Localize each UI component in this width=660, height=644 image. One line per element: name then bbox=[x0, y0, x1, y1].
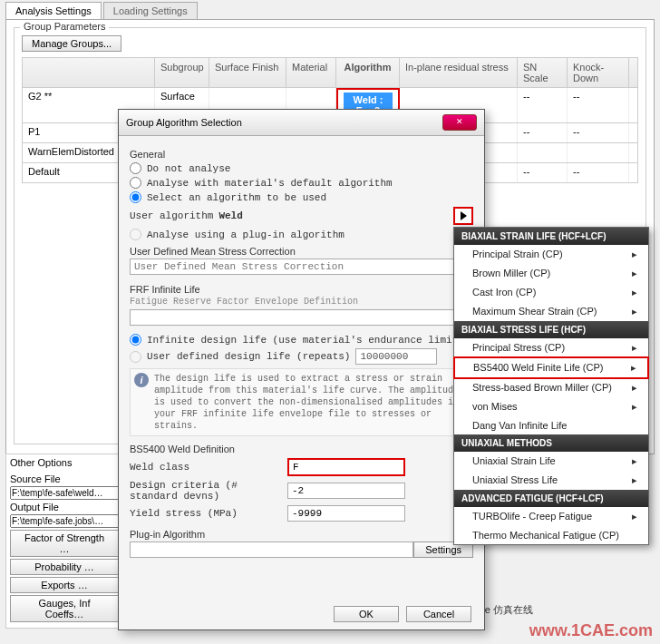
col-material[interactable]: Material bbox=[286, 58, 336, 87]
algorithm-select-button[interactable] bbox=[453, 207, 473, 225]
other-options-legend: Other Options bbox=[8, 457, 73, 468]
chevron-right-icon: ▸ bbox=[632, 382, 637, 394]
gauges-button[interactable]: Gauges, Inf Coeffs… bbox=[10, 595, 119, 622]
exports-button[interactable]: Exports … bbox=[10, 577, 119, 593]
source-file-input[interactable] bbox=[10, 486, 119, 500]
info-panel: i The design life is used to extract a s… bbox=[130, 368, 473, 436]
col-knock-down[interactable]: Knock-Down bbox=[568, 58, 629, 87]
radio-plugin-algorithm bbox=[130, 229, 141, 240]
col-subgroup[interactable]: Subgroup bbox=[155, 58, 209, 87]
group-algorithm-dialog: Group Algorithm Selection ✕ General Do n… bbox=[118, 109, 485, 630]
bs5400-label: BS5400 Weld Definition bbox=[130, 444, 473, 454]
manage-groups-button[interactable]: Manage Groups... bbox=[22, 35, 121, 52]
chevron-right-icon: ▸ bbox=[632, 287, 637, 298]
user-algorithm-label: User algorithm bbox=[130, 210, 213, 221]
output-file-label: Output File bbox=[10, 502, 119, 512]
menu-header-biaxial-stress: BIAXIAL STRESS LIFE (HCF) bbox=[454, 321, 648, 338]
yield-stress-label: Yield stress (MPa) bbox=[130, 508, 284, 519]
chevron-right-icon: ▸ bbox=[632, 268, 637, 279]
chevron-right-icon: ▸ bbox=[632, 474, 637, 486]
menu-item-thermo-mechanical[interactable]: Thermo Mechanical Fatigue (CP) bbox=[454, 526, 648, 544]
col-surface-finish[interactable]: Surface Finish bbox=[209, 58, 286, 87]
dialog-title: Group Algorithm Selection bbox=[126, 117, 242, 128]
dialog-titlebar[interactable]: Group Algorithm Selection ✕ bbox=[119, 110, 484, 136]
main-tabs: Analysis Settings Loading Settings bbox=[0, 0, 660, 19]
chevron-right-icon: ▸ bbox=[632, 249, 637, 260]
watermark-url: www.1CAE.com bbox=[529, 621, 653, 640]
frf-label: FRF Infinite Life bbox=[130, 284, 473, 295]
design-life-input bbox=[355, 348, 437, 365]
close-button[interactable]: ✕ bbox=[442, 114, 477, 131]
weld-class-input[interactable] bbox=[287, 458, 405, 476]
menu-item-principal-stress[interactable]: Principal Stress (CP)▸ bbox=[454, 338, 648, 357]
general-label: General bbox=[130, 149, 473, 160]
chevron-right-icon: ▸ bbox=[632, 306, 637, 317]
menu-item-uniaxial-stress[interactable]: Uniaxial Stress Life▸ bbox=[454, 471, 648, 490]
menu-item-brown-miller[interactable]: Brown Miller (CP)▸ bbox=[454, 264, 648, 283]
menu-item-dang-van[interactable]: Dang Van Infinite Life bbox=[454, 416, 648, 434]
info-text: The design life is used to extract a str… bbox=[154, 373, 469, 432]
menu-item-von-mises[interactable]: von Mises▸ bbox=[454, 397, 648, 416]
menu-item-cast-iron[interactable]: Cast Iron (CP)▸ bbox=[454, 283, 648, 302]
yield-stress-input[interactable] bbox=[287, 505, 405, 522]
table-header: Subgroup Surface Finish Material Algorit… bbox=[22, 57, 638, 88]
design-criteria-input[interactable] bbox=[287, 483, 405, 499]
chevron-right-icon: ▸ bbox=[632, 511, 637, 522]
ok-button[interactable]: OK bbox=[334, 606, 399, 622]
chevron-right-icon: ▸ bbox=[631, 362, 636, 374]
menu-item-bs5400-weld[interactable]: BS5400 Weld Finite Life (CP)▸ bbox=[453, 356, 649, 379]
radio-user-defined-life bbox=[130, 351, 141, 363]
menu-header-advanced: ADVANCED FATIGUE (HCF+LCF) bbox=[454, 490, 648, 507]
frf-file-input[interactable] bbox=[130, 309, 473, 326]
algorithm-menu: BIAXIAL STRAIN LIFE (HCF+LCF) Principal … bbox=[453, 227, 649, 545]
cancel-button[interactable]: Cancel bbox=[406, 606, 471, 622]
tab-analysis-settings[interactable]: Analysis Settings bbox=[5, 2, 102, 19]
chevron-right-icon: ▸ bbox=[632, 342, 637, 354]
factor-of-strength-button[interactable]: Factor of Strength … bbox=[10, 530, 119, 557]
menu-header-uniaxial: UNIAXIAL METHODS bbox=[454, 434, 648, 452]
other-options-panel: Other Options Source File Output File Fa… bbox=[5, 454, 123, 629]
source-file-label: Source File bbox=[10, 473, 119, 484]
chevron-right-icon: ▸ bbox=[632, 455, 637, 467]
weld-class-label: Weld class bbox=[130, 462, 284, 473]
menu-item-uniaxial-strain[interactable]: Uniaxial Strain Life▸ bbox=[454, 452, 648, 471]
menu-item-principal-strain[interactable]: Principal Strain (CP)▸ bbox=[454, 245, 648, 264]
col-sn-scale[interactable]: SN Scale bbox=[518, 58, 568, 87]
mean-stress-input[interactable] bbox=[130, 259, 473, 275]
menu-item-max-shear-strain[interactable]: Maximum Shear Strain (CP)▸ bbox=[454, 302, 648, 321]
menu-header-biaxial-strain: BIAXIAL STRAIN LIFE (HCF+LCF) bbox=[454, 228, 648, 245]
col-algorithm[interactable]: Algorithm bbox=[336, 58, 400, 87]
radio-infinite-life[interactable] bbox=[130, 334, 141, 346]
chevron-right-icon: ▸ bbox=[632, 401, 637, 413]
info-icon: i bbox=[134, 373, 149, 387]
menu-item-stress-brown-miller[interactable]: Stress-based Brown Miller (CP)▸ bbox=[454, 378, 648, 397]
plugin-input bbox=[130, 542, 413, 558]
frf-desc: Fatigue Reserve Factor Envelope Definiti… bbox=[130, 297, 473, 307]
plugin-label: Plug-in Algorithm bbox=[130, 529, 473, 540]
output-file-input[interactable] bbox=[10, 514, 119, 528]
tab-loading-settings[interactable]: Loading Settings bbox=[103, 2, 198, 19]
radio-default-algorithm[interactable] bbox=[130, 177, 141, 189]
probability-button[interactable]: Probability … bbox=[10, 559, 119, 575]
user-algorithm-value: Weld bbox=[218, 210, 242, 221]
radio-do-not-analyse[interactable] bbox=[130, 162, 141, 174]
radio-select-algorithm[interactable] bbox=[130, 191, 141, 203]
col-in-plane[interactable]: In-plane residual stress bbox=[400, 58, 518, 87]
menu-item-turbolife[interactable]: TURBOlife - Creep Fatigue▸ bbox=[454, 507, 648, 526]
group-parameters-legend: Group Parameters bbox=[20, 21, 109, 32]
design-criteria-label: Design criteria (# standard devns) bbox=[130, 480, 284, 502]
mean-stress-label: User Defined Mean Stress Correction bbox=[130, 246, 473, 257]
